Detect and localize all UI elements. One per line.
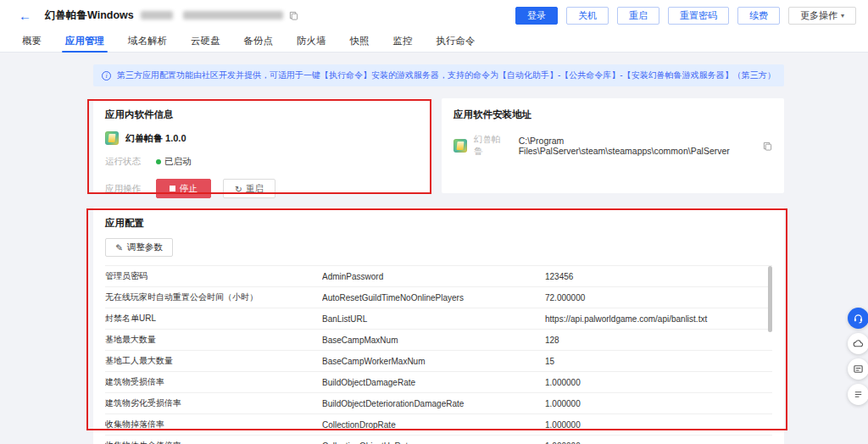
customer-support-button[interactable] [848,308,868,329]
pencil-icon: ✎ [115,242,123,253]
config-param-cell: AutoResetGuildTimeNoOnlinePlayers [322,293,545,302]
restart-button[interactable]: ↻重启 [223,179,275,198]
cloud-service-button[interactable] [848,333,868,354]
reboot-button[interactable]: 重启 [617,7,659,25]
redacted-text [141,11,173,19]
config-table-row: 收集物体生命值倍率 CollectionObjectHpRate 1.00000… [105,435,772,444]
tab-execute-command[interactable]: 执行命令 [425,31,487,53]
app-config-title: 应用配置 [105,217,772,230]
info-banner-text: 第三方应用配置功能由社区开发并提供，可适用于一键【执行命令】安装的游戏服务器，支… [117,69,776,81]
stop-icon [170,186,175,191]
reset-password-button[interactable]: 重置密码 [668,7,729,25]
tab-cloud-disk[interactable]: 云硬盘 [179,31,232,53]
tab-snapshot[interactable]: 快照 [338,31,381,53]
config-name-cell: 无在线玩家时自动重置公会时间（小时） [105,291,322,303]
page-title: 幻兽帕鲁Windows [45,8,134,23]
config-param-cell: BuildObjectDamageRate [322,378,545,387]
restart-icon: ↻ [235,184,242,194]
config-name-cell: 基地工人最大数量 [105,355,322,367]
info-icon: i [102,71,111,80]
tab-firewall[interactable]: 防火墙 [285,31,338,53]
config-param-cell: BanListURL [322,314,545,324]
config-table: 管理员密码 AdminPassword 123456 无在线玩家时自动重置公会时… [105,265,772,444]
headset-icon [853,313,864,324]
install-path-title: 应用软件安装地址 [453,108,772,121]
action-label: 应用操作 [105,183,156,195]
config-value-cell: 72.000000 [545,293,772,302]
config-table-row: 基地工人最大数量 BaseCampWorkerMaxNum 15 [105,350,772,371]
back-arrow-icon[interactable]: ← [19,9,31,22]
shutdown-button[interactable]: 关机 [566,7,609,25]
config-value-cell: https://api.palworldgame.com/api/banlist… [545,314,772,324]
info-banner: i 第三方应用配置功能由社区开发并提供，可适用于一键【执行命令】安装的游戏服务器… [93,64,784,86]
config-name-cell: 基地最大数量 [105,334,322,346]
tab-bar: 概要 应用管理 域名解析 云硬盘 备份点 防火墙 快照 监控 执行命令 [0,31,868,53]
header-actions: 登录 关机 重启 重置密码 续费 更多操作▾ [515,7,856,25]
ticket-icon [853,364,864,375]
copy-path-icon[interactable] [763,142,772,151]
tab-backup-point[interactable]: 备份点 [232,31,286,53]
adjust-params-button[interactable]: ✎调整参数 [105,238,173,257]
config-value-cell: 1.000000 [545,378,772,387]
tab-monitor[interactable]: 监控 [381,31,425,53]
table-scrollbar[interactable] [768,266,772,332]
cloud-icon [853,338,864,349]
config-param-cell: BuildObjectDeteriorationDamageRate [322,399,545,408]
config-table-row: 基地最大数量 BaseCampMaxNum 128 [105,329,772,350]
config-param-cell: CollectionObjectHpRate [322,441,545,444]
status-label: 运行状态 [105,156,156,168]
config-param-cell: AdminPassword [322,272,545,281]
config-value-cell: 128 [545,336,772,345]
list-icon [853,389,864,400]
copy-icon[interactable] [289,11,298,20]
config-name-cell: 管理员密码 [105,270,322,282]
config-param-cell: BaseCampWorkerMaxNum [322,357,545,366]
config-value-cell: 1.000000 [545,399,772,408]
config-name-cell: 建筑物劣化受损倍率 [105,397,322,409]
config-param-cell: CollectionDropRate [322,420,545,430]
software-info-title: 应用内软件信息 [105,108,420,121]
app-config-card: 应用配置 ✎调整参数 管理员密码 AdminPassword 123456 无在… [93,207,784,444]
config-param-cell: BaseCampMaxNum [322,336,545,345]
config-table-row: 收集物掉落倍率 CollectionDropRate 1.000000 [105,413,772,435]
app-name-version: 幻兽帕鲁 1.0.0 [125,132,186,145]
tab-overview[interactable]: 概要 [10,31,53,53]
stop-button[interactable]: 停止 [156,179,211,198]
config-value-cell: 123456 [545,272,772,281]
palworld-app-icon [453,139,467,153]
config-table-row: 管理员密码 AdminPassword 123456 [105,265,772,286]
palworld-app-icon [105,131,119,145]
config-table-row: 无在线玩家时自动重置公会时间（小时） AutoResetGuildTimeNoO… [105,286,772,308]
status-value: 已启动 [164,156,192,168]
config-name-cell: 建筑物受损倍率 [105,376,322,388]
main-content: i 第三方应用配置功能由社区开发并提供，可适用于一键【执行命令】安装的游戏服务器… [93,64,784,444]
config-table-row: 建筑物劣化受损倍率 BuildObjectDeteriorationDamage… [105,392,772,413]
install-path-card: 应用软件安装地址 幻兽帕鲁 C:\Program Files\PalServer… [442,98,784,193]
work-order-button[interactable] [848,358,868,380]
config-value-cell: 1.000000 [545,420,772,430]
tab-app-management[interactable]: 应用管理 [53,31,116,53]
config-name-cell: 收集物体生命值倍率 [105,440,322,444]
config-table-row: 建筑物受损倍率 BuildObjectDamageRate 1.000000 [105,371,772,392]
caret-down-icon: ▾ [841,12,844,19]
status-running-dot [156,159,161,164]
config-name-cell: 封禁名单URL [105,313,322,325]
software-info-card: 应用内软件信息 幻兽帕鲁 1.0.0 运行状态 已启动 应用操作 停止 ↻重启 [93,98,431,193]
config-name-cell: 收集物掉落倍率 [105,419,322,430]
redacted-text [183,11,283,19]
tab-domain-resolution[interactable]: 域名解析 [116,31,179,53]
login-button[interactable]: 登录 [515,7,558,25]
top-header: ← 幻兽帕鲁Windows 登录 关机 重启 重置密码 续费 更多操作▾ [0,0,868,31]
app-name: 幻兽帕鲁 [474,134,507,158]
config-value-cell: 1.000000 [545,441,772,444]
renew-button[interactable]: 续费 [737,7,780,25]
config-value-cell: 15 [545,357,772,366]
config-table-row: 封禁名单URL BanListURL https://api.palworldg… [105,308,772,329]
survey-button[interactable] [848,384,868,405]
install-path-value: C:\Program Files\PalServer\steam\steamap… [519,136,757,156]
more-actions-button[interactable]: 更多操作▾ [788,7,856,25]
